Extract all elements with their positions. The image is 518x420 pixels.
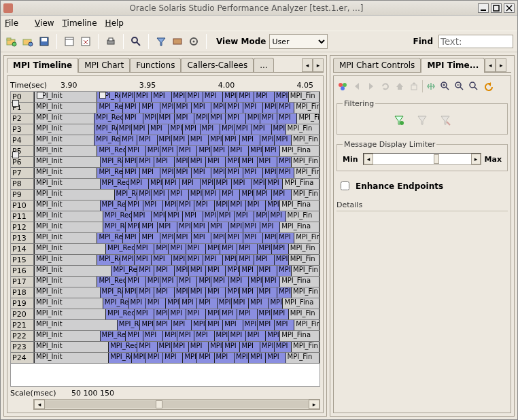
segment-mpi[interactable]: MPI	[257, 287, 277, 298]
segment-init[interactable]: MPI_Init	[34, 309, 105, 319]
segment-mpi[interactable]: MPI	[239, 266, 256, 276]
segment-mpi[interactable]: MPI	[220, 124, 234, 135]
segment-mpi[interactable]: MPI	[248, 146, 262, 156]
segment-mpi[interactable]: MPI	[131, 124, 148, 135]
aggregate-icon[interactable]	[21, 35, 35, 48]
segment-mpi[interactable]: MPI	[122, 113, 142, 124]
segment-mpi[interactable]: MPI	[248, 298, 268, 309]
segment-mpi[interactable]: MPI	[125, 277, 145, 287]
segment-final[interactable]: MPI_Fin	[296, 113, 320, 124]
segment-mpi[interactable]: MPI	[122, 233, 139, 243]
segment-mpi[interactable]: MPI	[148, 124, 168, 135]
segment-init[interactable]: MPI_Init	[34, 211, 103, 222]
segment-mpi[interactable]: MPI	[196, 146, 211, 156]
segment-mpi[interactable]: MPI	[154, 287, 173, 298]
segment-mpi[interactable]: MPI	[148, 179, 162, 189]
zoom-out-icon[interactable]	[453, 80, 466, 92]
segment-init[interactable]: MPI_Init	[34, 222, 103, 232]
segment-mpi[interactable]: MPI	[131, 353, 145, 363]
segment-mpi[interactable]: MPI	[274, 92, 288, 102]
segment-mpi[interactable]: MPI	[151, 255, 171, 265]
segment-init[interactable]: MPI_Init	[34, 244, 105, 254]
refresh-icon[interactable]	[379, 80, 392, 92]
segment-mpi[interactable]: MPI	[139, 320, 154, 330]
segment-mpi[interactable]: MPI	[143, 113, 157, 124]
segment-mpi[interactable]: MPI	[257, 309, 271, 319]
segment-mpi[interactable]: MPI	[186, 309, 205, 319]
segment-mpi[interactable]: MPI	[154, 266, 173, 276]
segment-mpi[interactable]: MPI	[162, 179, 179, 189]
scroll-thumb[interactable]	[156, 400, 162, 408]
segment-mpi[interactable]: MPI	[271, 124, 286, 135]
segment-mpi[interactable]: MPI	[271, 190, 291, 200]
segment-final[interactable]: MPI_Fin	[288, 244, 320, 254]
segment-mpi[interactable]: MPI	[214, 200, 228, 211]
segment-mpi[interactable]: MPI	[222, 255, 237, 265]
segment-mpi[interactable]: MPI	[243, 103, 262, 113]
segment-mpi[interactable]: MPI	[188, 135, 208, 145]
segment-mpi[interactable]: MPI	[205, 266, 225, 276]
segment-final[interactable]: MPI_Fina	[279, 331, 320, 341]
segment-mpi[interactable]: MPI	[245, 200, 265, 211]
segment-recv[interactable]: MPI_Re	[100, 200, 126, 211]
segment-mpi[interactable]: MPI	[257, 244, 271, 254]
segment-init[interactable]: MPI_Init	[34, 353, 108, 363]
tab-scroll-left[interactable]: ◂	[302, 58, 313, 72]
segment-mpi[interactable]: MPI	[171, 320, 191, 330]
nav-last-icon[interactable]	[365, 80, 377, 92]
segment-init[interactable]: MPI_Init	[34, 200, 100, 211]
segment-mpi[interactable]: MPI	[168, 244, 185, 254]
segment-recv[interactable]: MPI_Re	[103, 298, 128, 309]
segment-mpi[interactable]: MPI	[122, 157, 137, 167]
tab-mpi-timeline[interactable]: MPI Timeline	[7, 58, 78, 72]
segment-mpi[interactable]: MPI	[177, 200, 194, 211]
timeline-view[interactable]: P0MPI_InitMPI_ReMPIMPIMPIMPIMPIMPIMPIMPI…	[10, 91, 320, 387]
segment-mpi[interactable]: MPI	[257, 157, 277, 167]
segment-mpi[interactable]: MPI	[262, 146, 279, 156]
segment-final[interactable]: MPI_Fin	[294, 168, 320, 178]
open-experiment-icon[interactable]	[5, 35, 18, 48]
segment-mpi[interactable]: MPI	[239, 157, 256, 167]
segment-mpi[interactable]: MPI	[168, 309, 185, 319]
show-hide-icon[interactable]	[171, 35, 184, 48]
segment-recv[interactable]: MPI_Re	[97, 255, 120, 265]
segment-mpi[interactable]: MPI	[134, 255, 151, 265]
process-track[interactable]: MPI_InitMPI_ReMPIMPIMPIMPIMPIMPIMPIMPIMP…	[34, 222, 320, 232]
segment-mpi[interactable]: MPI	[203, 255, 222, 265]
segment-mpi[interactable]: MPI	[160, 168, 174, 178]
segment-mpi[interactable]: MPI	[254, 92, 273, 102]
process-track[interactable]: MPI_InitMPI_ReMPIMPIMPIMPIMPIMPIMPIMPIMP…	[34, 255, 320, 265]
segment-mpi[interactable]: MPI	[165, 211, 182, 222]
segment-init[interactable]: MPI_Init	[34, 124, 94, 135]
segment-mpi[interactable]: MPI	[128, 298, 145, 309]
segment-init[interactable]: MPI_Init	[34, 266, 111, 276]
segment-mpi[interactable]: MPI	[251, 179, 265, 189]
segment-mpi[interactable]: MPI	[274, 255, 288, 265]
filter-icon[interactable]	[154, 35, 168, 48]
segment-mpi[interactable]: MPI	[274, 320, 294, 330]
segment-recv[interactable]: MPI_Re	[111, 266, 137, 276]
segment-mpi[interactable]: MPI	[277, 287, 291, 298]
segment-mpi[interactable]: MPI	[174, 113, 194, 124]
segment-mpi[interactable]: MPI	[191, 168, 211, 178]
segment-mpi[interactable]: MPI	[239, 287, 256, 298]
segment-mpi[interactable]: MPI	[220, 190, 239, 200]
segment-final[interactable]: MPI_Fin	[288, 92, 320, 102]
segment-mpi[interactable]: MPI	[125, 222, 139, 232]
segment-mpi[interactable]: MPI	[125, 200, 142, 211]
pan-icon[interactable]	[425, 80, 437, 92]
segment-init[interactable]: MPI_Init	[34, 168, 97, 178]
segment-mpi[interactable]: MPI	[260, 113, 277, 124]
segment-mpi[interactable]: MPI	[228, 146, 248, 156]
save-icon[interactable]	[37, 35, 51, 48]
segment-mpi[interactable]: MPI	[157, 135, 171, 145]
segment-mpi[interactable]: MPI	[157, 342, 171, 352]
segment-mpi[interactable]: MPI	[248, 353, 265, 363]
segment-mpi[interactable]: MPI	[125, 331, 142, 341]
scroll-left-button[interactable]: ◂	[34, 400, 45, 409]
process-track[interactable]: MPI_InitMPI_ReMPIMPIMPIMPIMPIMPIMPIMPIMP…	[34, 135, 320, 145]
segment-mpi[interactable]: MPI	[139, 103, 159, 113]
segment-recv[interactable]: MPI_Re	[100, 157, 123, 167]
segment-mpi[interactable]: MPI	[271, 309, 288, 319]
enhance-endpoints-checkbox[interactable]	[341, 181, 349, 190]
